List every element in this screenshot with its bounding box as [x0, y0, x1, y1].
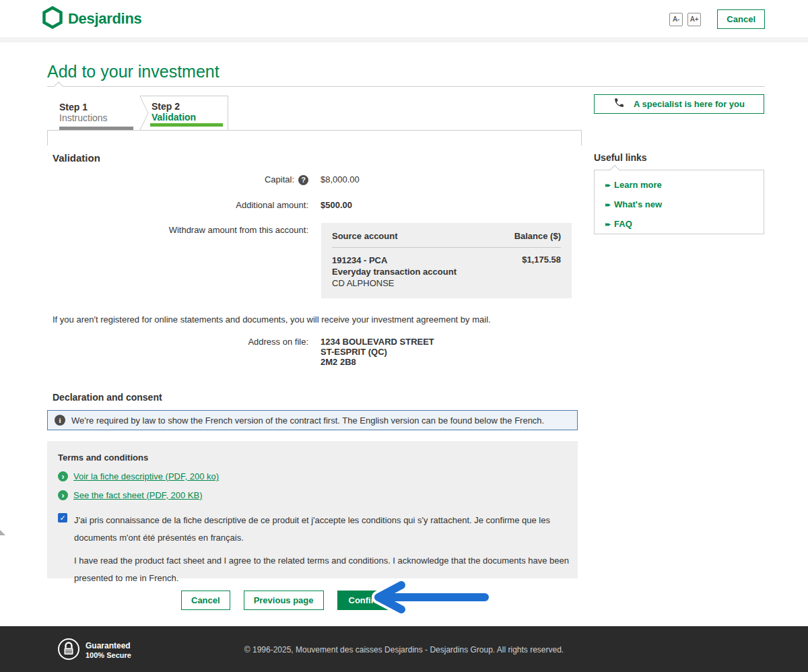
phone-icon [613, 97, 625, 111]
useful-link-learn-more[interactable]: ▸▸ Learn more [605, 180, 764, 190]
cursor-artifact [0, 527, 5, 535]
desjardins-hexagon-icon [42, 6, 63, 32]
address-row: Address on file: 1234 BOULEVARD STREET S… [47, 337, 582, 367]
previous-page-button[interactable]: Previous page [244, 591, 324, 610]
top-header: Desjardins A- A+ Cancel [0, 0, 808, 38]
additional-amount-row: Additional amount: $500.00 [47, 200, 582, 211]
additional-amount-value: $500.00 [321, 200, 352, 211]
legal-info-text: We're required by law to show the French… [71, 415, 544, 426]
account-type: Everyday transaction account [332, 266, 457, 277]
address-line-1: 1234 BOULEVARD STREET [321, 337, 434, 347]
capital-row: Capital: ? $8,000.00 [47, 174, 582, 185]
font-decrease-button[interactable]: A- [669, 13, 683, 26]
table-row: 191234 - PCA Everyday transaction accoun… [332, 255, 561, 289]
info-icon: i [55, 415, 65, 426]
fact-sheet-link-english[interactable]: See the fact sheet (PDF, 200 KB) [73, 490, 203, 500]
declaration-heading: Declaration and consent [53, 392, 582, 403]
fact-sheet-link-french[interactable]: Voir la fiche descriptive (PDF, 200 ko) [73, 471, 219, 481]
step2-label: Validation [152, 112, 228, 123]
page-title: Add to your investment [47, 62, 220, 81]
pdf-arrow-icon: › [58, 471, 68, 481]
validation-panel: Validation Capital: ? $8,000.00 Addition… [47, 130, 582, 617]
terms-heading: Terms and conditions [58, 452, 567, 463]
consent-text-french: J'ai pris connaissance de la fiche descr… [74, 512, 567, 547]
legal-info-box: i We're required by law to show the Fren… [47, 410, 578, 430]
pdf-arrow-icon: › [58, 490, 68, 500]
header-cancel-button[interactable]: Cancel [717, 9, 765, 29]
account-number: 191234 - PCA [332, 255, 457, 266]
step1-title: Step 1 [59, 102, 133, 112]
step2-progress-bar [150, 123, 223, 127]
capital-label: Capital: [265, 174, 294, 185]
title-divider-notch [54, 81, 63, 91]
address-line-2: ST-ESPRIT (QC) [321, 347, 434, 357]
useful-link-faq[interactable]: ▸▸ FAQ [605, 219, 764, 229]
double-arrow-icon: ▸▸ [605, 182, 609, 189]
terms-and-conditions-box: Terms and conditions › Voir la fiche des… [47, 441, 578, 578]
address-label: Address on file: [248, 337, 308, 347]
cancel-button[interactable]: Cancel [181, 591, 230, 610]
address-line-3: 2M2 2B8 [321, 357, 434, 367]
step1-label: Instructions [59, 112, 133, 123]
step2-title: Step 2 [152, 101, 228, 112]
double-arrow-icon: ▸▸ [605, 201, 609, 208]
help-icon[interactable]: ? [298, 175, 308, 185]
title-divider [47, 86, 765, 87]
tab-chevron-divider [140, 96, 149, 133]
capital-value: $8,000.00 [321, 174, 360, 185]
withdraw-label: Withdraw amount from this account: [169, 225, 308, 236]
form-actions: Cancel Previous page Confirm [181, 591, 582, 617]
confirm-button[interactable]: Confirm [337, 591, 394, 610]
account-holder: CD ALPHONSE [332, 277, 457, 289]
account-balance: $1,175.58 [522, 255, 561, 289]
brand-name: Desjardins [68, 10, 142, 28]
specialist-button-label: A specialist is here for you [634, 99, 745, 109]
withdraw-row: Withdraw amount from this account: Sourc… [47, 223, 582, 298]
tab-step1-instructions[interactable]: Step 1 Instructions [59, 102, 133, 130]
page: Desjardins A- A+ Cancel Add to your inve… [0, 0, 808, 672]
additional-amount-label: Additional amount: [236, 200, 308, 211]
useful-links-heading: Useful links [594, 152, 647, 163]
table-divider [332, 247, 561, 248]
header-shadow-strip [0, 39, 808, 42]
mail-delivery-note: If you aren't registered for online stat… [53, 314, 582, 325]
double-arrow-icon: ▸▸ [605, 221, 609, 228]
tab-step2-validation[interactable]: Step 2 Validation [140, 96, 228, 130]
source-account-table: Source account Balance ($) 191234 - PCA … [321, 223, 572, 298]
copyright-text: © 1996-2025, Mouvement des caisses Desja… [0, 645, 808, 654]
validation-heading: Validation [47, 131, 582, 163]
consent-text-english: I have read the product fact sheet and I… [74, 552, 570, 587]
specialist-button[interactable]: A specialist is here for you [594, 94, 764, 114]
desjardins-logo[interactable]: Desjardins [42, 6, 142, 32]
consent-checkbox[interactable]: ✓ [58, 513, 67, 523]
footer: Guaranteed 100% Secure © 1996-2025, Mouv… [0, 626, 808, 672]
useful-links-box: ▸▸ Learn more ▸▸ What's new ▸▸ FAQ [594, 170, 764, 234]
source-account-column: Source account [332, 231, 398, 241]
balance-column: Balance ($) [514, 231, 561, 241]
useful-link-whats-new[interactable]: ▸▸ What's new [605, 199, 764, 209]
font-increase-button[interactable]: A+ [687, 13, 701, 26]
